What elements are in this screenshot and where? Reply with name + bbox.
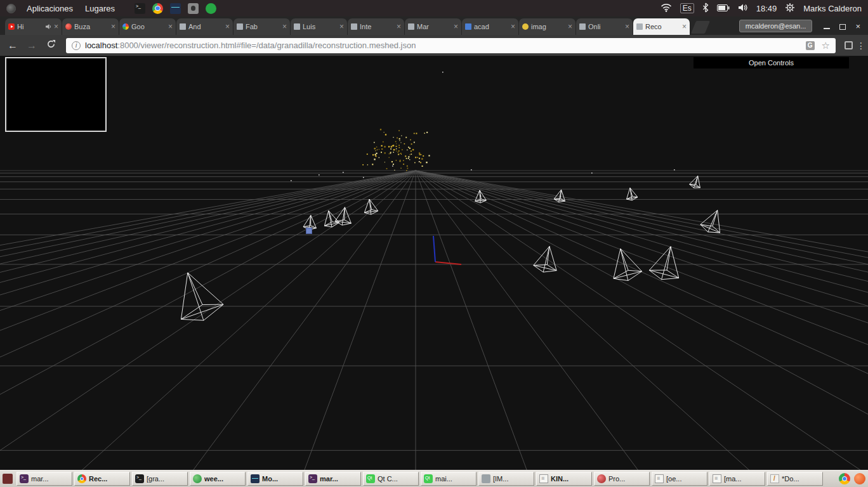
back-icon[interactable]: ← <box>5 40 20 51</box>
browser-tab[interactable]: Goo × <box>119 18 176 35</box>
tab-favicon <box>180 23 186 30</box>
tab-favicon <box>8 23 15 30</box>
taskbar-item[interactable]: Rec... <box>74 472 130 486</box>
tab-label: Onli <box>588 23 622 30</box>
taskbar-item-icon <box>770 474 779 483</box>
tab-close-icon[interactable]: × <box>225 22 230 31</box>
taskbar-item[interactable]: *Do... <box>767 472 823 486</box>
browser-tab[interactable]: And × <box>176 18 233 35</box>
taskbar-item-label: [oe... <box>666 475 681 483</box>
clock[interactable]: 18:49 <box>756 4 777 13</box>
browser-menu-icon[interactable]: ⋮ <box>857 41 863 51</box>
taskbar: mar... Rec... [gra... wee... Mo... mar..… <box>0 470 868 487</box>
menu-aplicaciones[interactable]: Aplicaciones <box>25 4 74 13</box>
menu-lugares[interactable]: Lugares <box>84 4 116 13</box>
messenger-icon[interactable] <box>206 3 216 14</box>
session-gear-icon[interactable] <box>785 3 795 15</box>
taskbar-item-label: *Do... <box>782 475 799 483</box>
taskbar-item[interactable]: Qt C... <box>363 472 419 486</box>
selected-camera-cube <box>306 228 312 234</box>
taskbar-item[interactable]: KIN... <box>536 472 592 486</box>
taskbar-item[interactable]: mai... <box>421 472 477 486</box>
new-tab-button[interactable] <box>691 21 710 34</box>
taskbar-item[interactable]: Pro... <box>594 472 650 486</box>
screenshot-icon[interactable] <box>188 3 199 14</box>
tab-close-icon[interactable]: × <box>625 22 629 31</box>
tab-close-icon[interactable]: × <box>454 22 458 31</box>
browser-tab[interactable]: Onli × <box>576 18 633 35</box>
browser-tab[interactable]: Reco × <box>633 18 690 35</box>
translate-icon[interactable]: G <box>806 41 815 50</box>
taskbar-item[interactable]: mar... <box>305 472 361 486</box>
tab-label: Hi <box>17 23 43 30</box>
taskbar-item-icon <box>655 474 664 483</box>
tab-label: Mar <box>417 23 451 30</box>
taskbar-item-label: Pro... <box>608 475 625 483</box>
taskbar-item[interactable]: mar... <box>16 472 72 486</box>
taskbar-item[interactable]: Mo... <box>247 472 303 486</box>
distributor-logo-icon[interactable] <box>6 4 16 13</box>
taskbar-item-icon <box>424 474 433 483</box>
taskbar-item-label: KIN... <box>551 475 569 483</box>
network-icon[interactable] <box>661 3 672 14</box>
keyboard-layout-indicator[interactable]: Es <box>680 3 694 13</box>
taskbar-item[interactable]: [oe... <box>652 472 707 486</box>
address-bar[interactable]: i localhost:8000/viewer/reconstruction.h… <box>66 38 836 53</box>
taskbar-item-label: mar... <box>31 475 49 483</box>
forward-icon[interactable]: → <box>24 40 39 51</box>
ubuntu-software-icon[interactable] <box>854 473 865 484</box>
tab-label: Inte <box>360 23 394 30</box>
tab-close-icon[interactable]: × <box>111 22 115 31</box>
desktop-top-bar: Aplicaciones Lugares Es 18:49 Marks Cald… <box>0 0 868 16</box>
page-info-icon[interactable]: i <box>72 41 81 50</box>
browser-tab[interactable]: acad × <box>462 18 518 35</box>
taskbar-item-icon <box>251 474 260 483</box>
browser-tab[interactable]: Inte × <box>348 18 404 35</box>
taskbar-item[interactable]: [ma... <box>709 472 765 486</box>
tab-close-icon[interactable]: × <box>282 22 287 31</box>
chrome-icon[interactable] <box>839 473 850 484</box>
tab-close-icon[interactable]: × <box>682 22 687 31</box>
tab-audio-icon[interactable] <box>45 23 51 30</box>
restore-button-icon[interactable] <box>839 24 846 30</box>
minimize-button-icon[interactable] <box>824 24 830 29</box>
browser-tab[interactable]: Buza × <box>62 18 119 35</box>
browser-tab[interactable]: Hi × <box>5 18 62 35</box>
tab-close-icon[interactable]: × <box>339 22 344 31</box>
taskbar-item[interactable]: [gra... <box>132 472 188 486</box>
tab-close-icon[interactable]: × <box>54 22 58 31</box>
taskbar-item-label: wee... <box>204 475 223 483</box>
taskbar-item[interactable]: wee... <box>190 472 246 486</box>
tab-strip: Hi × Buza × Goo × And × Fab × Luis × Int… <box>5 18 690 35</box>
browser-tab[interactable]: Luis × <box>291 18 347 35</box>
tab-close-icon[interactable]: × <box>511 22 515 31</box>
browser-profile-button[interactable]: mcalderon@esan... <box>739 20 813 32</box>
system-monitor-icon[interactable] <box>170 3 181 14</box>
bluetooth-icon[interactable] <box>702 3 709 15</box>
reconstruction-canvas[interactable] <box>0 56 868 470</box>
battery-icon[interactable] <box>717 4 730 13</box>
tab-close-icon[interactable]: × <box>397 22 401 31</box>
browser-tab[interactable]: Fab × <box>233 18 290 35</box>
close-button-icon[interactable]: × <box>855 23 860 30</box>
tab-close-icon[interactable]: × <box>568 22 572 31</box>
extension-icon[interactable] <box>845 41 853 49</box>
tab-close-icon[interactable]: × <box>168 22 173 31</box>
reload-icon[interactable] <box>43 39 58 51</box>
url-host: localhost <box>85 41 117 50</box>
bookmark-star-icon[interactable]: ☆ <box>822 40 830 51</box>
camera-image-preview[interactable] <box>5 57 107 132</box>
taskbar-item-label: Rec... <box>89 475 107 483</box>
volume-icon[interactable] <box>738 3 748 14</box>
terminal-icon[interactable] <box>135 3 145 14</box>
browser-tab[interactable]: imag × <box>519 18 575 35</box>
session-user[interactable]: Marks Calderon <box>803 4 862 13</box>
browser-tab[interactable]: Mar × <box>405 18 461 35</box>
taskbar-start-icon[interactable] <box>3 474 13 484</box>
chrome-icon[interactable] <box>152 3 163 14</box>
open-controls-button[interactable]: Open Controls <box>694 57 849 68</box>
tab-favicon <box>351 23 357 30</box>
system-tray <box>135 3 216 14</box>
taskbar-item-icon <box>193 474 202 483</box>
taskbar-item[interactable]: [IM... <box>478 472 534 486</box>
